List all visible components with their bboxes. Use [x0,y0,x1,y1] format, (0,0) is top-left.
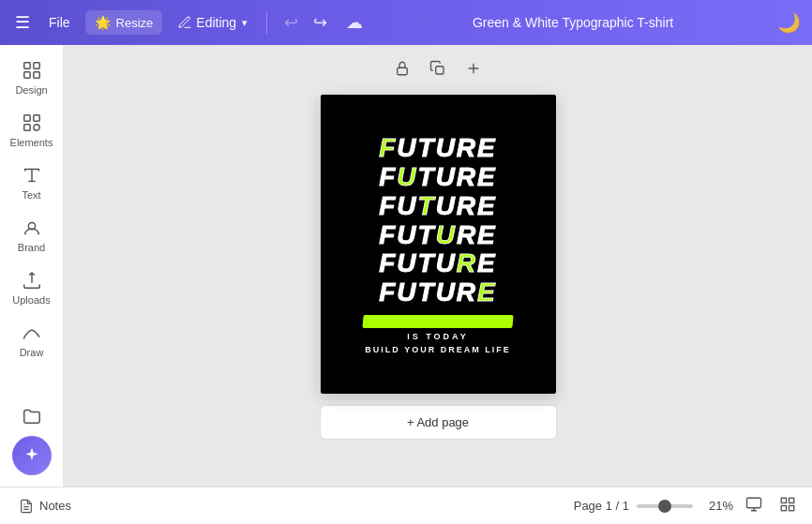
svg-rect-1 [33,63,38,68]
sidebar-brand-label: Brand [18,242,45,253]
cloud-save-icon[interactable]: ☁ [340,10,368,35]
grid-view-button[interactable] [774,493,801,519]
resize-label: Resize [116,16,154,30]
desktop-view-button[interactable] [741,493,767,519]
sidebar-item-draw[interactable]: Draw [4,315,60,366]
sidebar-design-label: Design [15,84,47,96]
resize-emoji: 🌟 [95,15,111,30]
build-text: BUILD YOUR DREAM LIFE [365,345,510,354]
svg-rect-0 [23,63,29,68]
main-area: Design Elements Text Brand [0,45,812,487]
brush-underline [362,315,513,328]
zoom-thumb[interactable] [658,500,671,513]
undo-button[interactable]: ↩ [278,10,304,35]
editing-button[interactable]: Editing ▾ [170,11,255,34]
canvas-toolbar [390,45,486,95]
topbar-divider [266,11,267,34]
resize-button[interactable]: 🌟 Resize [85,10,163,35]
file-button[interactable]: File [41,11,78,34]
notes-button[interactable]: Notes [11,495,79,517]
svg-rect-3 [33,72,38,78]
svg-rect-14 [781,498,786,502]
sidebar-item-uploads[interactable]: Uploads [4,262,60,313]
future-stack: FUTURE FUTURE FUTURE FUTURE [379,134,497,307]
future-row-4: FUTURE [379,221,497,250]
topbar: ☰ File 🌟 Resize Editing ▾ ↩ ↪ ☁ Green & … [0,0,812,45]
is-today-text: IS TODAY [407,332,469,341]
future-row-1: FUTURE [379,134,497,163]
zoom-level: 21% [700,499,733,513]
tshirt-design: FUTURE FUTURE FUTURE FUTURE [321,95,556,394]
page-indicator: Page 1 / 1 [574,499,629,513]
bottombar: Notes Page 1 / 1 21% [0,487,812,524]
notes-icon [19,499,34,514]
svg-rect-2 [23,72,29,78]
notes-label: Notes [39,499,71,513]
history-buttons: ↩ ↪ [278,10,333,35]
editing-label: Editing [196,15,236,30]
sidebar-item-elements[interactable]: Elements [4,105,60,156]
svg-rect-17 [789,505,794,510]
svg-point-7 [33,125,38,130]
add-page-icon-button[interactable] [461,56,486,85]
svg-rect-4 [23,115,29,121]
magic-button[interactable] [12,436,52,475]
canvas[interactable]: FUTURE FUTURE FUTURE FUTURE [321,95,556,394]
future-row-2: FUTURE [379,163,497,192]
document-title: Green & White Typographic T-shirt [376,15,770,30]
sidebar-text-label: Text [22,189,40,201]
svg-rect-13 [747,498,761,508]
svg-rect-15 [789,498,794,502]
sidebar-item-brand[interactable]: Brand [4,210,60,261]
future-row-5: FUTURE [379,249,497,278]
duplicate-button[interactable] [426,56,450,85]
svg-rect-10 [436,67,444,74]
svg-rect-6 [23,125,29,130]
sidebar-draw-label: Draw [20,347,44,358]
sidebar-uploads-label: Uploads [12,294,50,306]
future-row-3: FUTURE [379,192,497,221]
sidebar: Design Elements Text Brand [0,45,64,487]
sidebar-item-folder[interactable] [4,398,60,434]
svg-rect-5 [33,115,38,121]
chevron-down-icon: ▾ [242,17,248,29]
sidebar-item-design[interactable]: Design [4,52,60,103]
svg-rect-9 [398,67,408,75]
sidebar-item-text[interactable]: Text [4,157,60,208]
menu-icon[interactable]: ☰ [11,8,34,37]
zoom-slider[interactable] [637,504,693,508]
theme-icon[interactable]: 🌙 [777,11,801,34]
redo-button[interactable]: ↪ [308,10,333,35]
sidebar-elements-label: Elements [10,137,53,148]
add-page-button[interactable]: + Add page [320,405,557,440]
zoom-track[interactable] [637,504,693,508]
future-row-6: FUTURE [379,278,497,307]
svg-rect-16 [781,505,786,510]
pencil-icon [177,15,192,30]
canvas-area: FUTURE FUTURE FUTURE FUTURE [64,45,812,487]
lock-button[interactable] [390,56,414,85]
